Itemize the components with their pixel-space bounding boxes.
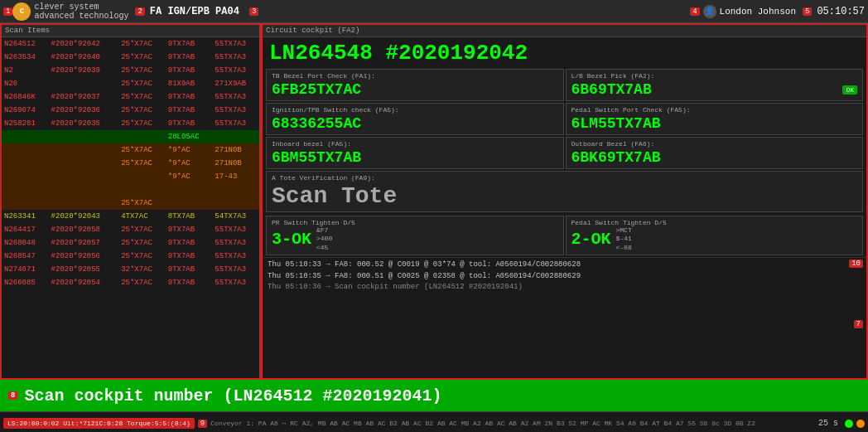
pr-switch-label: PR Switch Tighten D/5 [272, 219, 558, 226]
badge-1: 1 [3, 7, 12, 16]
outboard-value: 6BK69TX7AB [571, 149, 858, 166]
table-row: 25*X7AC*9*AC271N0B [2, 157, 259, 170]
pedal-value: 6LM55TX7AB [571, 115, 858, 132]
a-tote-label: A Tote Verification (FA9): [272, 174, 857, 182]
table-row: N258281#2020*9203525*X7AC9TX7AB55TX7A3 [2, 117, 259, 130]
outboard-field: Outboard Bezel (FA6): 6BK69TX7AB [566, 137, 864, 169]
cockpit-header: Circuit cockpit (FA2) [263, 25, 866, 37]
lb-bezel-row: 6B69TX7AB OK [571, 81, 858, 98]
bottom-info: LS:20:80:0:02 Ult:*7121C:0:28 Torque:5:5… [3, 418, 195, 429]
main-area: Scan Items N264512#2020*9204225*X7AC9TX7… [0, 23, 868, 380]
scan-tote-value: Scan Tote [272, 183, 857, 209]
table-row: N263534#2020*9204025*X7AC9TX7AB55TX7A3 [2, 51, 259, 64]
logo-area: C clever system advanced technology [12, 2, 128, 21]
ignition-label: Ignition/TPB Switch check (FA5): [272, 106, 558, 114]
user-info: 👤 London Johnson [703, 5, 796, 18]
badge-9: 9 [198, 420, 207, 428]
table-row: *9*AC17-43 [2, 170, 259, 183]
green-dot-indicator [845, 420, 853, 428]
table-row: N264417#2020*9205825*X7AC9TX7AB55TX7A3 [2, 223, 259, 236]
badge-4: 4 [690, 7, 699, 16]
table-row: N2625*X7AC81X9AB271X9AB [2, 77, 259, 90]
lb-bezel-label: L/B Bezel Pick (FA2): [571, 72, 858, 80]
log-lines: Thu 05:10:33 → FA8: 000.52 @ C0019 @ 03*… [268, 260, 861, 294]
pr-switch-value: 3-OK [272, 230, 311, 249]
pedal-switch-row: 2-OK >MCT$-41<-08 [571, 226, 858, 252]
log-line: Thu 05:10:35 → FA8: 000.51 @ C0025 @ 023… [268, 271, 861, 283]
logo-text: clever system advanced technology [34, 2, 128, 21]
table-row: N268048#2020*9205725*X7AC9TX7AB55TX7A3 [2, 236, 259, 250]
pedal-switch-label: Pedal Switch Tighten D/5 [571, 219, 858, 226]
log-line: Thu 05:10:33 → FA8: 000.52 @ C0019 @ 03*… [268, 260, 861, 271]
user-icon: 👤 [703, 5, 716, 18]
fields-grid: TB Bezel Port Check (FA1): 6FB25TX7AC L/… [263, 67, 866, 214]
badge-10: 10 [849, 260, 863, 268]
tb-bezel-value: 6FB25TX7AC [272, 81, 558, 98]
user-name: London Johnson [720, 7, 796, 17]
badge-8: 8 [8, 391, 17, 400]
timer-display: 25 s [818, 419, 838, 428]
tb-bezel-label: TB Bezel Port Check (FA1): [272, 72, 558, 80]
log-area: Thu 05:10:33 → FA8: 000.52 @ C0019 @ 03*… [263, 257, 866, 295]
inboard-label: Inboard bezel (FA5): [272, 140, 558, 148]
pedal-label: Pedal Switch Port Check (FA5): [571, 106, 858, 114]
pedal-switch-status: Pedal Switch Tighten D/5 2-OK >MCT$-41<-… [566, 216, 864, 255]
status-grid: PR Switch Tighten D/5 3-OK &F7>400<45 Pe… [263, 214, 866, 257]
logo-icon: C [12, 2, 31, 21]
pedal-field: Pedal Switch Port Check (FA5): 6LM55TX7A… [566, 103, 864, 135]
table-row [2, 183, 259, 197]
bottom-bar-text: Scan cockpit number (LN264512 #202019204… [24, 386, 441, 405]
right-panel: Circuit cockpit (FA2) LN264548 #20201920… [261, 23, 868, 380]
conveyor-text: Conveyor 1: PA A8 ↔ RC A2, MB AB AC MB A… [210, 420, 815, 427]
time-display: 05:10:57 [817, 6, 865, 17]
ok-badge: OK [842, 85, 857, 95]
status-indicators [845, 420, 865, 428]
scan-tote-field: A Tote Verification (FA9): Scan Tote [266, 171, 863, 212]
table-row: N268547#2020*9205625*X7AC9TX7AB55TX7A3 [2, 250, 259, 263]
inboard-value: 6BM55TX7AB [272, 149, 558, 166]
badge-5: 5 [803, 7, 812, 16]
bottom-bar: 8 Scan cockpit number (LN264512 #2020192… [0, 380, 868, 411]
orange-dot-indicator [856, 420, 865, 428]
left-panel-header: Scan Items [2, 25, 259, 37]
table-row: N269074#2020*9203625*X7AC9TX7AB55TX7A3 [2, 104, 259, 117]
lb-bezel-field: L/B Bezel Pick (FA2): 6B69TX7AB OK [566, 69, 864, 101]
pedal-switch-value: 2-OK [571, 230, 611, 249]
badge-2: 2 [135, 7, 144, 16]
table-row: N26846K#2020*9203725*X7AC9TX7AB55TX7A3 [2, 90, 259, 104]
table-row: 28L05AC [2, 130, 259, 143]
table-row: N266085#2020*9205425*X7AC9TX7AB55TX7A3 [2, 276, 259, 289]
badge-3: 3 [249, 7, 258, 16]
lb-bezel-value: 6B69TX7AB [571, 81, 652, 98]
table-row: 25*X7AC*9*AC271N0B [2, 143, 259, 157]
inboard-field: Inboard bezel (FA5): 6BM55TX7AB [266, 137, 564, 169]
ignition-value: 68336255AC [272, 115, 558, 132]
pedal-switch-details: >MCT$-41<-08 [616, 226, 632, 252]
pr-switch-details: &F7>400<45 [316, 226, 332, 252]
badge-7: 7 [854, 320, 863, 328]
top-bar: 1 C clever system advanced technology 2 … [0, 0, 868, 23]
tb-bezel-field: TB Bezel Port Check (FA1): 6FB25TX7AC [266, 69, 564, 101]
table-row: N274671#2020*9205532*X7AC9TX7AB55TX7A3 [2, 263, 259, 276]
table-row: N263341#2020*920434TX7AC8TX7AB54TX7A3 [2, 210, 259, 223]
left-panel: Scan Items N264512#2020*9204225*X7AC9TX7… [0, 23, 261, 380]
table-row: N2#2020*9203925*X7AC9TX7AB55TX7A3 [2, 64, 259, 77]
status-bar: LS:20:80:0:02 Ult:*7121C:0:28 Torque:5:5… [0, 411, 868, 432]
pr-switch-status: PR Switch Tighten D/5 3-OK &F7>400<45 [266, 216, 564, 255]
ignition-field: Ignition/TPB Switch check (FA5): 6833625… [266, 103, 564, 135]
table-row: N264512#2020*9204225*X7AC9TX7AB55TX7A3 [2, 37, 259, 51]
outboard-label: Outboard Bezel (FA6): [571, 140, 858, 148]
app-title: FA IGN/EPB PA04 [150, 6, 239, 17]
log-line: Thu 05:10:36 → Scan cockpit number (LN26… [268, 282, 861, 294]
pr-switch-row: 3-OK &F7>400<45 [272, 226, 558, 252]
table-row: 25*X7AC [2, 197, 259, 210]
cockpit-id: LN264548 #2020192042 [263, 37, 866, 67]
scan-table: N264512#2020*9204225*X7AC9TX7AB55TX7A3N2… [2, 37, 259, 289]
